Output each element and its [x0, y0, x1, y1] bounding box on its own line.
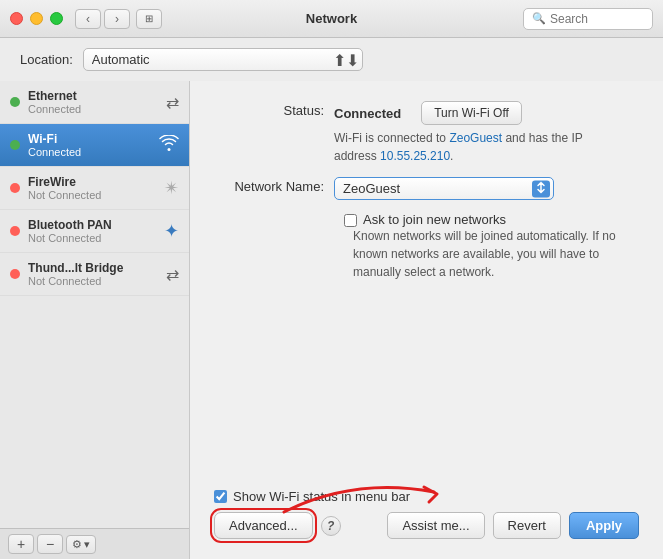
show-wifi-row: Show Wi-Fi status in menu bar: [214, 489, 639, 504]
main-content: Location: Automatic ⬆⬇ Ethernet Connecte…: [0, 38, 663, 559]
sidebar-item-ethernet[interactable]: Ethernet Connected ⇄: [0, 81, 189, 124]
location-select[interactable]: Automatic: [83, 48, 363, 71]
sidebar-list: Ethernet Connected ⇄ Wi-Fi Connected: [0, 81, 189, 528]
revert-button[interactable]: Revert: [493, 512, 561, 539]
detail-panel: Status: Connected Turn Wi-Fi Off Wi-Fi i…: [190, 81, 663, 559]
ethernet-status: Connected: [28, 103, 162, 115]
thunderbolt-info: Thund...lt Bridge Not Connected: [28, 261, 162, 287]
gear-menu-button[interactable]: ⚙ ▾: [66, 535, 96, 554]
sidebar-item-thunderbolt[interactable]: Thund...lt Bridge Not Connected ⇄: [0, 253, 189, 296]
sidebar-item-firewire[interactable]: FireWire Not Connected ✴: [0, 167, 189, 210]
status-description: Wi-Fi is connected to ZeoGuest and has t…: [334, 129, 594, 165]
bluetooth-icon: ✦: [164, 220, 179, 242]
back-button[interactable]: ‹: [75, 9, 101, 29]
network-name-label: Network Name:: [214, 177, 334, 194]
ethernet-status-dot: [10, 97, 20, 107]
thunderbolt-status-dot: [10, 269, 20, 279]
wifi-name: Wi-Fi: [28, 132, 155, 146]
thunderbolt-name: Thund...lt Bridge: [28, 261, 162, 275]
status-area: Connected Turn Wi-Fi Off: [334, 101, 594, 125]
apply-button[interactable]: Apply: [569, 512, 639, 539]
status-content: Connected Turn Wi-Fi Off Wi-Fi is connec…: [334, 101, 594, 165]
join-networks-section: Ask to join new networks Known networks …: [334, 212, 639, 281]
detail-spacer: [214, 287, 639, 489]
body-area: Ethernet Connected ⇄ Wi-Fi Connected: [0, 81, 663, 559]
nav-buttons: ‹ ›: [75, 9, 130, 29]
location-select-wrap: Automatic ⬆⬇: [83, 48, 363, 71]
firewire-icon: ✴: [164, 177, 179, 199]
show-wifi-checkbox[interactable]: [214, 490, 227, 503]
network-name-wrap: ZeoGuest: [334, 177, 554, 200]
bluetooth-status: Not Connected: [28, 232, 160, 244]
location-label: Location:: [20, 52, 73, 67]
status-label: Status:: [214, 101, 334, 118]
ip-address: 10.55.25.210: [380, 149, 450, 163]
minimize-button[interactable]: [30, 12, 43, 25]
turn-wifi-button[interactable]: Turn Wi-Fi Off: [421, 101, 522, 125]
location-bar: Location: Automatic ⬆⬇: [0, 38, 663, 81]
sidebar-item-bluetooth[interactable]: Bluetooth PAN Not Connected ✦: [0, 210, 189, 253]
bluetooth-status-dot: [10, 226, 20, 236]
forward-button[interactable]: ›: [104, 9, 130, 29]
help-button[interactable]: ?: [321, 516, 341, 536]
remove-network-button[interactable]: −: [37, 534, 63, 554]
sidebar-toolbar: + − ⚙ ▾: [0, 528, 189, 559]
gear-dropdown-arrow: ▾: [84, 538, 90, 551]
firewire-name: FireWire: [28, 175, 160, 189]
close-button[interactable]: [10, 12, 23, 25]
firewire-info: FireWire Not Connected: [28, 175, 160, 201]
wifi-icon: [159, 135, 179, 155]
add-network-button[interactable]: +: [8, 534, 34, 554]
ssid-link: ZeoGuest: [449, 131, 502, 145]
bottom-buttons: Advanced... ? Assist me... Revert Apply: [214, 512, 639, 539]
window-title: Network: [306, 11, 357, 26]
status-row: Status: Connected Turn Wi-Fi Off Wi-Fi i…: [214, 101, 639, 165]
advanced-button[interactable]: Advanced...: [214, 512, 313, 539]
sidebar-item-wifi[interactable]: Wi-Fi Connected: [0, 124, 189, 167]
search-input[interactable]: [550, 12, 640, 26]
firewire-status-dot: [10, 183, 20, 193]
assist-button[interactable]: Assist me...: [387, 512, 484, 539]
bluetooth-name: Bluetooth PAN: [28, 218, 160, 232]
search-icon: 🔍: [532, 12, 546, 25]
traffic-lights: [10, 12, 63, 25]
grid-button[interactable]: ⊞: [136, 9, 162, 29]
bottom-section: Show Wi-Fi status in menu bar Advanced..…: [214, 489, 639, 539]
ethernet-icon: ⇄: [166, 93, 179, 112]
sidebar: Ethernet Connected ⇄ Wi-Fi Connected: [0, 81, 190, 559]
join-networks-description: Known networks will be joined automatica…: [353, 227, 633, 281]
thunderbolt-status: Not Connected: [28, 275, 162, 287]
network-name-row: Network Name: ZeoGuest: [214, 177, 639, 200]
status-value: Connected: [334, 106, 401, 121]
search-bar: 🔍: [523, 8, 653, 30]
gear-icon: ⚙: [72, 538, 82, 551]
network-name-select[interactable]: ZeoGuest: [334, 177, 554, 200]
ethernet-info: Ethernet Connected: [28, 89, 162, 115]
firewire-status: Not Connected: [28, 189, 160, 201]
wifi-status: Connected: [28, 146, 155, 158]
wifi-info: Wi-Fi Connected: [28, 132, 155, 158]
show-wifi-label: Show Wi-Fi status in menu bar: [233, 489, 410, 504]
thunderbolt-icon: ⇄: [166, 265, 179, 284]
maximize-button[interactable]: [50, 12, 63, 25]
titlebar: ‹ › ⊞ Network 🔍: [0, 0, 663, 38]
bluetooth-info: Bluetooth PAN Not Connected: [28, 218, 160, 244]
join-checkbox-row: Ask to join new networks: [344, 212, 639, 227]
join-networks-label: Ask to join new networks: [363, 212, 506, 227]
join-networks-checkbox[interactable]: [344, 214, 357, 227]
ethernet-name: Ethernet: [28, 89, 162, 103]
wifi-status-dot: [10, 140, 20, 150]
